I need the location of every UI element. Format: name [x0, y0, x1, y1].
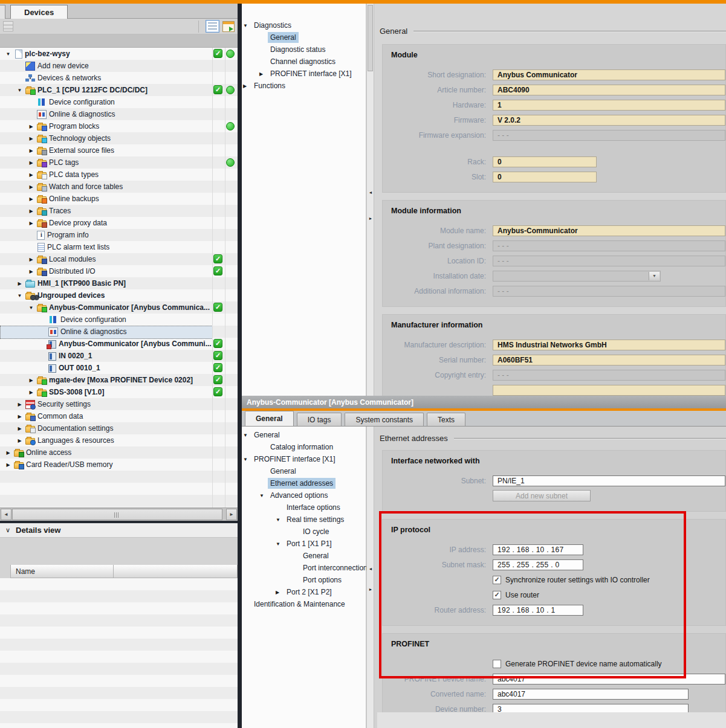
scroll-left-icon[interactable]: ◄ [1, 509, 11, 520]
nav-item[interactable]: ▼ Real time settings [242, 514, 366, 526]
tree-item[interactable]: Device configuration [0, 96, 238, 108]
tree-item[interactable]: ▶ Card Reader/USB memory [0, 459, 238, 471]
checkbox-box[interactable]: ✓ [493, 576, 501, 584]
expander-arrow-icon[interactable]: ▶ [25, 390, 37, 395]
expander-arrow-icon[interactable]: ▶ [14, 414, 25, 419]
nav-item[interactable]: General [242, 31, 366, 43]
checkbox-box[interactable] [493, 660, 501, 668]
expander-arrow-icon[interactable]: ▶ [276, 590, 284, 595]
tree-item[interactable]: Anybus-Communicator [Anybus Communi... ✓ [0, 338, 238, 350]
tree-item[interactable]: Devices & networks [0, 72, 238, 84]
nav-item[interactable]: IO cycle [242, 526, 366, 538]
nav-item[interactable]: Catalog information [242, 441, 366, 453]
tree-item[interactable]: Program info [0, 229, 238, 241]
splitter-collapse-left-icon[interactable]: ◄ [367, 190, 374, 195]
scrollbar-thumb[interactable] [12, 509, 222, 520]
ip-field[interactable]: 192 . 168 . 10 . 167 [493, 544, 583, 555]
form-field[interactable]: - - - [493, 286, 725, 297]
tree-item[interactable]: ▼ PLC_1 [CPU 1212FC DC/DC/DC] ✓ [0, 84, 238, 96]
tree-item[interactable]: ▶ PLC tags [0, 156, 238, 169]
panel-divider[interactable] [238, 4, 242, 728]
nav-item[interactable]: ▶ Functions [242, 80, 366, 92]
details-view-header[interactable]: ∨ Details view [0, 523, 238, 538]
tree-item[interactable]: ▶ Security settings [0, 398, 238, 410]
nav-item[interactable]: Diagnostic status [242, 43, 366, 56]
expander-arrow-icon[interactable]: ▶ [25, 184, 37, 190]
tree-item[interactable]: ▶ Watch and force tables [0, 181, 238, 193]
expander-arrow-icon[interactable]: ▶ [25, 221, 37, 226]
tab-devices[interactable]: Devices [10, 5, 68, 19]
nav-item[interactable]: General [242, 465, 366, 477]
form-field[interactable]: 1 [493, 100, 725, 111]
expander-arrow-icon[interactable]: ▶ [14, 281, 25, 286]
checkbox[interactable]: ✓Use router [493, 591, 539, 599]
tree-item[interactable]: ▶ Device proxy data [0, 217, 238, 229]
tree-item[interactable]: ▶ PLC data types [0, 169, 238, 181]
expander-arrow-icon[interactable]: ▼ [276, 541, 284, 547]
expander-arrow-icon[interactable]: ▼ [259, 493, 268, 498]
nav-item[interactable]: ▶ PROFINET interface [X1] [242, 68, 366, 80]
nav-item[interactable]: Port interconnection [242, 562, 366, 574]
nav-item[interactable]: General [242, 550, 366, 562]
tree-item[interactable]: ▶ mgate-dev [Moxa PROFINET Device 0202] … [0, 374, 238, 386]
expander-arrow-icon[interactable]: ▼ [276, 517, 284, 523]
form-field[interactable]: ABC4090 [493, 85, 725, 95]
tree-item[interactable]: ▶ External source files [0, 144, 238, 156]
expander-arrow-icon[interactable]: ▶ [25, 148, 37, 153]
tree-item[interactable]: ▶ Technology objects [0, 132, 238, 144]
tree-item[interactable]: ▶ Common data [0, 410, 238, 422]
tree-item[interactable]: IN 0020_1 ✓ [0, 350, 238, 362]
expander-arrow-icon[interactable]: ▶ [25, 160, 37, 166]
expander-arrow-icon[interactable]: ▼ [243, 457, 251, 462]
expander-arrow-icon[interactable]: ▼ [14, 88, 25, 93]
expander-arrow-icon[interactable]: ▶ [25, 136, 37, 141]
chevron-down-icon[interactable]: ∨ [0, 526, 16, 534]
ip-field[interactable]: 192 . 168 . 10 . 1 [493, 605, 583, 616]
ip-field[interactable]: 255 . 255 . 255 . 0 [493, 559, 583, 570]
scrollbar-thumb[interactable] [368, 5, 373, 71]
tree-item[interactable]: ▶ Local modules ✓ [0, 253, 238, 265]
properties-tab[interactable]: System constants [345, 413, 424, 426]
tree-item[interactable]: Online & diagnostics [0, 326, 238, 338]
profinet-field[interactable]: abc4017 [493, 674, 725, 685]
expander-arrow-icon[interactable]: ▶ [25, 172, 37, 178]
nav-item[interactable]: ▼ General [242, 429, 366, 441]
expander-arrow-icon[interactable]: ▶ [243, 83, 251, 89]
nav-item[interactable]: Identification & Maintenance [242, 598, 366, 610]
tree-item[interactable]: ▼ Ungrouped devices [0, 289, 238, 301]
expander-arrow-icon[interactable]: ▼ [243, 433, 251, 438]
splitter-collapse-right-icon[interactable]: ► [367, 587, 374, 591]
expander-arrow-icon[interactable]: ▼ [14, 293, 25, 298]
tree-item[interactable]: ▶ Program blocks [0, 120, 238, 132]
form-field[interactable]: HMS Industrial Networks GmbH [493, 340, 725, 350]
form-field[interactable]: - - - [493, 256, 725, 266]
horizontal-scrollbar[interactable]: ◄ ► [0, 507, 238, 521]
details-column-name[interactable]: Name [10, 565, 114, 578]
tree-item[interactable]: ▶ Documentation settings [0, 422, 238, 434]
tree-item[interactable]: ▼ Anybus-Communicator [Anybus Communica.… [0, 301, 238, 314]
configure-network-icon[interactable] [3, 21, 13, 31]
nav-scrollbar[interactable] [366, 427, 374, 728]
nav-item[interactable]: ▼ PROFINET interface [X1] [242, 453, 366, 465]
tree-item[interactable]: ▶ Distributed I/O ✓ [0, 265, 238, 277]
checkbox[interactable]: ✓Synchronize router settings with IO con… [493, 576, 650, 584]
nav-item[interactable]: Channel diagnostics [242, 56, 366, 68]
nav-item[interactable]: ▶ Port 2 [X1 P2] [242, 586, 366, 598]
subnet-field[interactable]: PN/IE_1 [493, 475, 725, 486]
nav-item[interactable]: Port options [242, 574, 366, 586]
tree-item[interactable]: ▶ HMI_1 [KTP900 Basic PN] [0, 277, 238, 289]
tree-item[interactable]: ▶ Traces [0, 205, 238, 217]
tree-item[interactable]: Online & diagnostics [0, 108, 238, 120]
tree-item[interactable]: ▶ SDS-3008 [V1.0] ✓ [0, 386, 238, 398]
expander-arrow-icon[interactable]: ▶ [25, 257, 37, 262]
form-field[interactable]: - - - [493, 370, 725, 381]
tree-item[interactable]: ▶ Languages & resources [0, 434, 238, 446]
tree-item[interactable]: OUT 0010_1 ✓ [0, 362, 238, 374]
form-field[interactable]: Anybus-Communicator [493, 225, 725, 236]
nav-item[interactable]: Ethernet addresses [242, 477, 366, 489]
properties-tab[interactable]: General [245, 411, 294, 426]
expander-arrow-icon[interactable]: ▼ [2, 51, 14, 57]
tree-item[interactable]: Add new device [0, 60, 238, 72]
tree-item[interactable]: Device configuration [0, 314, 238, 326]
device-overview-icon[interactable] [222, 21, 235, 32]
